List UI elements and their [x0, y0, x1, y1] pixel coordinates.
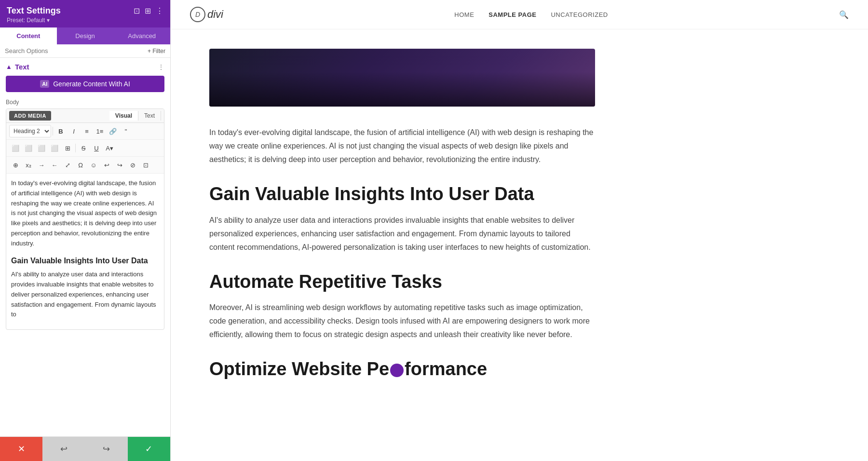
nav-link-sample[interactable]: SAMPLE PAGE — [488, 11, 536, 18]
align-right-button[interactable]: ⬜ — [35, 142, 48, 154]
cursor-icon[interactable]: ⊘ — [126, 159, 139, 171]
redo-footer-button[interactable]: ↪ — [85, 437, 128, 461]
panel-footer: ✕ ↩ ↪ ✓ — [0, 436, 170, 461]
align-left-button[interactable]: ⬜ — [9, 142, 22, 154]
more-icon[interactable]: ⋮ — [156, 6, 163, 15]
italic-button[interactable]: I — [68, 125, 80, 137]
right-panel: D divi HOME SAMPLE PAGE UNCATEGORIZED 🔍 … — [171, 0, 868, 461]
left-panel: Text Settings ⊡ ⊞ ⋮ Preset: Default ▾ Co… — [0, 0, 171, 461]
bold-button[interactable]: B — [54, 125, 67, 137]
section-body-1: AI's ability to analyze user data and in… — [209, 214, 595, 254]
strikethrough-button[interactable]: S — [77, 142, 90, 154]
editor-content[interactable]: In today's ever-evolving digital landsca… — [6, 174, 164, 329]
subscript-button[interactable]: x₂ — [22, 159, 35, 171]
section-heading-2: Automate Repetitive Tasks — [209, 271, 595, 293]
copy-icon[interactable]: ⊡ — [134, 6, 140, 15]
section-heading-1: Gain Valuable Insights Into User Data — [209, 184, 595, 205]
extra-button[interactable]: ⊡ — [139, 159, 152, 171]
cancel-button[interactable]: ✕ — [0, 437, 42, 461]
panel-header: Text Settings ⊡ ⊞ ⋮ Preset: Default ▾ — [0, 0, 170, 27]
section-body-2: Moreover, AI is streamlining web design … — [209, 301, 595, 341]
search-icon[interactable]: 🔍 — [839, 10, 849, 19]
hero-image — [209, 49, 595, 107]
chevron-up-icon[interactable]: ▲ — [6, 63, 12, 70]
site-nav: D divi HOME SAMPLE PAGE UNCATEGORIZED 🔍 — [171, 0, 868, 29]
text-section-header: ▲ Text ⋮ — [6, 63, 164, 71]
main-content: In today's ever-evolving digital landsca… — [171, 29, 634, 418]
section-heading-3: Optimize Website Peformance — [209, 359, 595, 380]
undo-footer-button[interactable]: ↩ — [42, 437, 85, 461]
confirm-button[interactable]: ✓ — [128, 437, 170, 461]
toolbar-row-3: ⊕ x₂ → ← ⤢ Ω ☺ ↩ ↪ ⊘ ⊡ — [6, 157, 164, 174]
panel-preset[interactable]: Preset: Default ▾ — [7, 17, 163, 24]
omega-button[interactable]: Ω — [74, 159, 87, 171]
filter-button[interactable]: + Filter — [148, 48, 165, 54]
editor-para-1: In today's ever-evolving digital landsca… — [11, 178, 159, 249]
outdent-button[interactable]: ← — [48, 159, 61, 171]
underline-button[interactable]: U — [90, 142, 103, 154]
fullscreen-button[interactable]: ⤢ — [61, 159, 74, 171]
align-justify-button[interactable]: ⬜ — [48, 142, 61, 154]
toolbar-row-1: Heading 2 Heading 1 Heading 3 Paragraph … — [6, 123, 164, 140]
text-color-button[interactable]: A▾ — [103, 142, 116, 154]
editor-area: ADD MEDIA Visual Text Heading 2 Heading … — [6, 108, 164, 330]
panel-tabs: Content Design Advanced — [0, 27, 170, 44]
toolbar-row-2: ⬜ ⬜ ⬜ ⬜ ⊞ S U A▾ — [6, 140, 164, 157]
more-options-icon[interactable]: ⋮ — [158, 63, 164, 71]
search-input[interactable] — [5, 47, 145, 54]
tab-content[interactable]: Content — [0, 27, 57, 44]
blockquote-button[interactable]: " — [120, 125, 132, 137]
table-button[interactable]: ⊞ — [61, 142, 74, 154]
logo-icon: D — [190, 7, 205, 22]
layout-icon[interactable]: ⊞ — [145, 6, 151, 15]
nav-links: HOME SAMPLE PAGE UNCATEGORIZED — [454, 11, 608, 18]
section-controls: ⋮ — [158, 63, 164, 71]
undo-button[interactable]: ↩ — [100, 159, 113, 171]
tab-advanced[interactable]: Advanced — [113, 27, 170, 44]
purple-dot-icon — [390, 364, 404, 377]
ai-icon: AI — [40, 80, 49, 88]
section-title: ▲ Text — [6, 63, 29, 71]
nav-link-uncategorized[interactable]: UNCATEGORIZED — [551, 11, 608, 18]
link-button[interactable]: 🔗 — [107, 125, 119, 137]
panel-body: ▲ Text ⋮ AI Generate Content With AI Bod… — [0, 58, 170, 436]
tab-design[interactable]: Design — [57, 27, 114, 44]
panel-title: Text Settings — [7, 6, 61, 16]
special-char-button[interactable]: ⊕ — [9, 159, 22, 171]
align-center-button[interactable]: ⬜ — [22, 142, 35, 154]
emoji-button[interactable]: ☺ — [87, 159, 100, 171]
editor-tab-visual[interactable]: Visual — [109, 111, 138, 121]
editor-para-2: AI's ability to analyze user data and in… — [11, 270, 159, 320]
editor-tab-text[interactable]: Text — [138, 111, 161, 121]
indent-button[interactable]: → — [35, 159, 48, 171]
unordered-list-button[interactable]: ≡ — [81, 125, 93, 137]
editor-heading-1: Gain Valuable Insights Into User Data — [11, 255, 159, 267]
hero-overlay — [209, 72, 595, 107]
heading-select[interactable]: Heading 2 Heading 1 Heading 3 Paragraph — [9, 125, 51, 137]
add-media-button[interactable]: ADD MEDIA — [9, 111, 51, 121]
intro-paragraph: In today's ever-evolving digital landsca… — [209, 126, 595, 166]
panel-search-bar: + Filter — [0, 44, 170, 58]
body-label: Body — [6, 99, 164, 106]
panel-header-icons: ⊡ ⊞ ⋮ — [134, 6, 163, 15]
ai-generate-button[interactable]: AI Generate Content With AI — [6, 76, 164, 92]
nav-link-home[interactable]: HOME — [454, 11, 474, 18]
ordered-list-button[interactable]: 1≡ — [94, 125, 106, 137]
site-logo: D divi — [190, 7, 223, 22]
redo-button[interactable]: ↪ — [113, 159, 126, 171]
